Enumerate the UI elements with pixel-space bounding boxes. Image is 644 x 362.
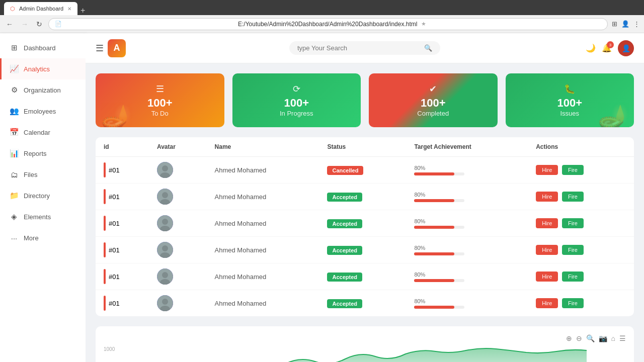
hire-button[interactable]: Hire bbox=[536, 298, 558, 308]
search-input[interactable] bbox=[297, 44, 420, 52]
sidebar-item-employees[interactable]: 👥 Emoloyees bbox=[0, 101, 86, 122]
cell-achievement: 80% bbox=[406, 184, 528, 210]
reload-button[interactable]: ↻ bbox=[34, 18, 44, 30]
progress-bar-fill bbox=[414, 199, 454, 202]
todo-card-label: To Do bbox=[151, 110, 169, 117]
sidebar-label-organization: Organization bbox=[24, 86, 61, 94]
inprogress-card-number: 100+ bbox=[284, 97, 309, 110]
fire-button[interactable]: Fire bbox=[562, 272, 584, 282]
cell-actions: Hire Fire bbox=[528, 290, 634, 317]
notification-button[interactable]: 🔔 3 bbox=[602, 43, 612, 53]
address-bar[interactable]: 📄 E:/Youtube/Admin%20Dashboard/Admin%20D… bbox=[48, 18, 608, 30]
completed-card-number: 100+ bbox=[421, 97, 446, 110]
profile-button[interactable]: 👤 bbox=[621, 20, 629, 28]
issues-card-number: 100+ bbox=[557, 97, 582, 110]
cell-actions: Hire Fire bbox=[528, 237, 634, 263]
avatar bbox=[157, 242, 173, 258]
progress-bar-bg bbox=[414, 306, 464, 309]
completed-card-icon: ✔ bbox=[429, 83, 437, 95]
sidebar-item-more[interactable]: ··· More bbox=[0, 227, 86, 248]
table-body: #01 Ahmed Mohamed Cancelled 80% Hire Fir… bbox=[96, 157, 634, 317]
fire-button[interactable]: Fire bbox=[562, 298, 584, 308]
hire-button[interactable]: Hire bbox=[536, 165, 558, 175]
address-text: E:/Youtube/Admin%20Dashboard/Admin%20Das… bbox=[238, 21, 418, 28]
new-tab-button[interactable]: + bbox=[77, 6, 88, 15]
browser-tab-active[interactable]: ⬡ Admin Dashboard ✕ bbox=[4, 2, 77, 15]
reports-icon: 📊 bbox=[10, 149, 19, 158]
th-target_achievement: Target Achievement bbox=[406, 137, 528, 157]
sidebar-item-calendar[interactable]: 📅 Calendar bbox=[0, 122, 86, 143]
row-marker bbox=[104, 242, 106, 257]
chart-camera[interactable]: 📷 bbox=[599, 334, 607, 342]
row-marker bbox=[104, 162, 106, 177]
cell-actions: Hire Fire bbox=[528, 210, 634, 237]
row-id: #01 bbox=[109, 300, 120, 307]
fire-button[interactable]: Fire bbox=[562, 192, 584, 202]
sidebar-label-reports: Reports bbox=[24, 150, 47, 157]
chart-zoom-out[interactable]: ⊖ bbox=[576, 334, 582, 342]
cell-avatar bbox=[149, 290, 207, 317]
fire-button[interactable]: Fire bbox=[562, 165, 584, 175]
chart-zoom-in[interactable]: ⊕ bbox=[566, 334, 572, 342]
progress-bar-bg bbox=[414, 226, 464, 229]
fire-button[interactable]: Fire bbox=[562, 218, 584, 228]
cell-name: Ahmed Mohamed bbox=[207, 237, 319, 263]
progress-label: 80% bbox=[414, 298, 520, 304]
chart-area: 1000 800 bbox=[104, 346, 626, 362]
todo-card-icon: ☰ bbox=[156, 83, 164, 95]
sidebar-item-files[interactable]: 🗂 Files bbox=[0, 164, 86, 185]
sidebar-item-analytics[interactable]: 📈 Analytics bbox=[0, 58, 86, 79]
cell-avatar bbox=[149, 157, 207, 184]
back-button[interactable]: ← bbox=[4, 18, 15, 30]
menu-button[interactable]: ⋮ bbox=[633, 20, 640, 28]
cell-status: Accepted bbox=[319, 237, 406, 263]
row-marker bbox=[104, 189, 106, 204]
cell-id: #01 bbox=[96, 157, 149, 184]
hire-button[interactable]: Hire bbox=[536, 245, 558, 255]
sidebar-label-calendar: Calendar bbox=[24, 129, 50, 136]
sidebar-label-dashboard: Dashboard bbox=[24, 44, 56, 52]
search-bar[interactable]: 🔍 bbox=[289, 41, 440, 55]
employee-table-container: idAvatarNameStatusTarget AchievementActi… bbox=[96, 137, 634, 316]
sidebar-item-reports[interactable]: 📊 Reports bbox=[0, 143, 86, 164]
stat-card-todo: ☰ 100+ To Do 🪔 bbox=[96, 73, 224, 127]
cell-id: #01 bbox=[96, 184, 149, 210]
chart-search[interactable]: 🔍 bbox=[586, 334, 595, 342]
chart-home[interactable]: ⌂ bbox=[611, 334, 615, 342]
th-status: Status bbox=[319, 137, 406, 157]
hire-button[interactable]: Hire bbox=[536, 218, 558, 228]
chart-svg: 800 bbox=[104, 346, 626, 362]
status-badge: Accepted bbox=[327, 219, 362, 228]
sidebar-item-dashboard[interactable]: ⊞ Dashboard bbox=[0, 37, 86, 58]
todo-card-number: 100+ bbox=[147, 97, 173, 110]
progress-bar-fill bbox=[414, 306, 454, 309]
user-avatar[interactable]: 👤 bbox=[618, 40, 634, 56]
dark-mode-button[interactable]: 🌙 bbox=[586, 43, 596, 53]
row-id: #01 bbox=[109, 220, 120, 227]
svg-point-7 bbox=[162, 219, 168, 225]
fire-button[interactable]: Fire bbox=[562, 245, 584, 255]
cell-status: Accepted bbox=[319, 210, 406, 237]
cell-id: #01 bbox=[96, 237, 149, 263]
sidebar-item-directory[interactable]: 📁 Directory bbox=[0, 185, 86, 206]
stat-card-completed: ✔ 100+ Completed bbox=[369, 73, 498, 127]
hamburger-button[interactable]: ☰ bbox=[96, 43, 104, 54]
table-row: #01 Ahmed Mohamed Cancelled 80% Hire Fir… bbox=[96, 157, 634, 184]
th-avatar: Avatar bbox=[149, 137, 207, 157]
tab-close-button[interactable]: ✕ bbox=[67, 6, 71, 12]
chart-menu[interactable]: ☰ bbox=[619, 334, 626, 342]
status-badge: Accepted bbox=[327, 246, 362, 255]
chart-container: ⊕ ⊖ 🔍 📷 ⌂ ☰ 1000 800 bbox=[96, 326, 634, 362]
progress-bar-bg bbox=[414, 279, 464, 282]
cell-achievement: 80% bbox=[406, 237, 528, 263]
notification-badge: 3 bbox=[607, 41, 614, 48]
forward-button[interactable]: → bbox=[19, 18, 30, 30]
hire-button[interactable]: Hire bbox=[536, 192, 558, 202]
row-id: #01 bbox=[109, 193, 120, 201]
completed-card-label: Completed bbox=[417, 110, 449, 117]
hire-button[interactable]: Hire bbox=[536, 272, 558, 282]
sidebar-item-organization[interactable]: ⚙ Organization bbox=[0, 79, 86, 101]
sidebar-item-elements[interactable]: ◈ Elements bbox=[0, 206, 86, 227]
extensions-button[interactable]: ⊞ bbox=[612, 20, 617, 28]
cell-id: #01 bbox=[96, 210, 149, 237]
